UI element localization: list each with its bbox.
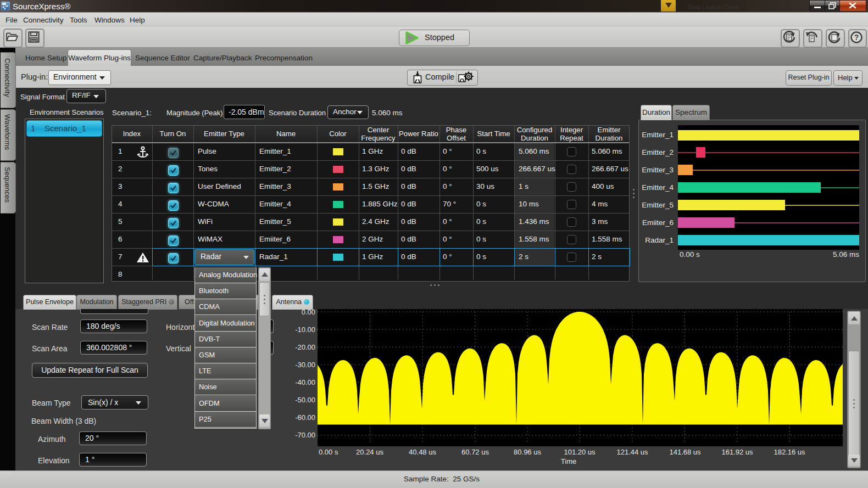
svg-text:?: ?	[854, 33, 859, 42]
